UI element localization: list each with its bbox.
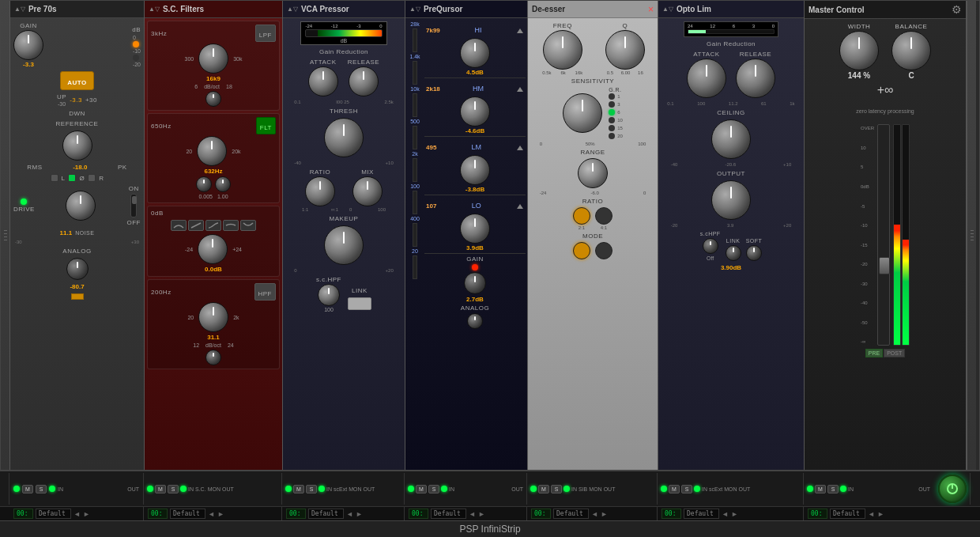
preqursor-fader-4[interactable] <box>413 126 417 149</box>
curve-btn-1[interactable] <box>171 220 187 231</box>
hm-btn[interactable] <box>516 81 524 96</box>
preq-prev-btn[interactable]: ◄ <box>469 510 476 518</box>
vca-schpf-knob[interactable] <box>318 284 340 306</box>
power-button[interactable] <box>938 475 967 503</box>
opto-next-btn[interactable]: ► <box>731 510 738 518</box>
preqursor-hm-freq[interactable] <box>460 96 490 127</box>
band2-freq-knob[interactable] <box>197 136 227 166</box>
preq-s-btn[interactable]: S <box>428 485 439 494</box>
band3-gain-knob[interactable] <box>198 234 228 264</box>
opto-output-knob[interactable] <box>711 180 751 220</box>
preqursor-fader-8[interactable] <box>413 255 417 279</box>
vca-release-knob[interactable] <box>349 66 379 96</box>
phase-R-btn[interactable] <box>88 174 96 182</box>
hi-up-btn[interactable] <box>516 23 524 37</box>
master-prev-btn[interactable]: ◄ <box>868 510 875 518</box>
pre70s-preset[interactable]: Default <box>36 509 71 519</box>
opto-prev-btn[interactable]: ◄ <box>722 510 729 518</box>
opto-release-knob[interactable] <box>736 59 775 98</box>
lm-btn[interactable] <box>516 140 524 154</box>
vca-attack-knob[interactable] <box>308 66 338 96</box>
preqursor-analog-knob[interactable] <box>467 313 483 329</box>
band4-type-btn[interactable]: HPF <box>254 283 277 301</box>
analog-knob[interactable] <box>66 258 89 280</box>
master-fader[interactable] <box>877 124 890 346</box>
vca-next-btn[interactable]: ► <box>356 510 363 518</box>
pre70s-m-btn[interactable]: M <box>22 485 33 494</box>
de-s-btn[interactable]: S <box>551 485 562 494</box>
vca-ratio-knob[interactable] <box>305 176 335 206</box>
mode-btn-1[interactable] <box>573 242 590 259</box>
vca-makeup-knob[interactable] <box>324 225 364 265</box>
band2-q-knob[interactable] <box>196 176 212 192</box>
vca-prev-btn[interactable]: ◄ <box>346 510 353 518</box>
curve-btn-4[interactable] <box>223 220 239 231</box>
preqursor-gain-knob[interactable] <box>464 272 486 294</box>
master-s-btn[interactable]: S <box>827 485 839 494</box>
deesser-freq-knob[interactable] <box>543 30 582 70</box>
noise-toggle[interactable] <box>130 194 137 217</box>
sc-prev-btn[interactable]: ◄ <box>208 510 215 518</box>
phase-phi-btn[interactable] <box>68 174 76 182</box>
opto-ceiling-knob[interactable] <box>711 119 751 159</box>
drive-knob[interactable] <box>66 191 96 221</box>
curve-btn-5[interactable] <box>240 220 256 231</box>
preqursor-lm-freq[interactable] <box>460 155 490 185</box>
vca-mix-knob[interactable] <box>352 176 383 206</box>
de-next-btn[interactable]: ► <box>601 510 608 518</box>
pre70s-prev-btn[interactable]: ◄ <box>74 510 81 518</box>
preqursor-fader-6[interactable] <box>413 191 417 214</box>
opto-m-btn[interactable]: M <box>669 485 680 494</box>
sc-arrows[interactable]: ▲▽ <box>149 6 160 13</box>
preq-next-btn[interactable]: ► <box>478 510 485 518</box>
ratio-4-1-btn[interactable] <box>595 207 612 225</box>
curve-btn-2[interactable] <box>188 220 204 231</box>
band2-gain-knob[interactable] <box>215 176 231 192</box>
preqursor-fader-2[interactable] <box>413 61 417 85</box>
preq-m-btn[interactable]: M <box>416 485 427 494</box>
band1-type-btn[interactable]: LPF <box>255 25 276 42</box>
de-m-btn[interactable]: M <box>538 485 549 494</box>
preqursor-arrows[interactable]: ▲▽ <box>409 6 420 13</box>
band1-slope-knob[interactable] <box>205 91 221 107</box>
pre70s-s-btn[interactable]: S <box>36 485 47 494</box>
preqursor-fader-7[interactable] <box>413 223 417 247</box>
deesser-q-knob[interactable] <box>605 30 645 70</box>
master-next-btn[interactable]: ► <box>877 510 884 518</box>
band4-freq-knob[interactable] <box>198 302 228 332</box>
preqursor-fader-5[interactable] <box>413 158 417 182</box>
master-width-knob[interactable] <box>839 31 879 70</box>
sc-next-btn[interactable]: ► <box>217 510 224 518</box>
master-balance-knob[interactable] <box>891 31 931 70</box>
opto-s-btn[interactable]: S <box>681 485 692 494</box>
sc-m-btn[interactable]: M <box>155 485 166 494</box>
opto-schpf-knob[interactable] <box>703 238 718 254</box>
lo-btn[interactable] <box>516 199 524 213</box>
band1-freq-knob[interactable] <box>198 43 228 74</box>
de-prev-btn[interactable]: ◄ <box>591 510 598 518</box>
vca-m-btn[interactable]: M <box>293 485 304 494</box>
sc-s-btn[interactable]: S <box>168 485 179 494</box>
deesser-range-knob[interactable] <box>578 158 608 188</box>
reference-knob[interactable] <box>62 130 92 161</box>
vca-arrows[interactable]: ▲▽ <box>287 6 298 13</box>
ratio-2-1-btn[interactable] <box>573 207 590 225</box>
de-esser-close[interactable]: × <box>648 4 654 15</box>
band4-slope-knob[interactable] <box>205 350 221 365</box>
curve-btn-3[interactable] <box>205 220 221 231</box>
gain-knob[interactable] <box>13 30 43 60</box>
vca-s-btn[interactable]: S <box>306 485 317 494</box>
vca-thresh-knob[interactable] <box>324 118 364 157</box>
preqursor-lo-freq[interactable] <box>460 214 490 244</box>
auto-button[interactable]: AUTO <box>60 71 94 90</box>
pre70s-next-btn[interactable]: ► <box>83 510 90 518</box>
preqursor-fader-1[interactable] <box>413 28 417 52</box>
master-m-btn[interactable]: M <box>815 485 826 494</box>
phase-L-btn[interactable] <box>51 174 58 182</box>
preqursor-hi-freq[interactable] <box>460 38 490 68</box>
pre-btn[interactable]: PRE <box>865 349 883 357</box>
post-btn[interactable]: POST <box>884 349 905 357</box>
band2-type-btn[interactable]: FLT <box>256 117 276 134</box>
opto-link-knob[interactable] <box>726 245 741 261</box>
opto-attack-knob[interactable] <box>687 59 726 98</box>
